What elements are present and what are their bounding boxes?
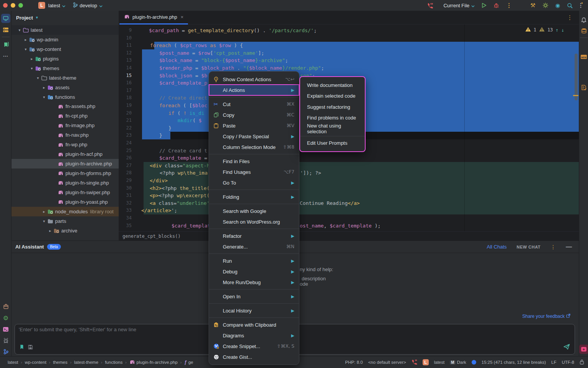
menu-item-open-in[interactable]: Open In▶: [209, 291, 299, 302]
chevron-down-icon[interactable]: ▾: [41, 95, 47, 99]
tree-item-plugin-fn-acf-php[interactable]: plugin-fn-acf.php: [11, 149, 119, 159]
line-number[interactable]: 20: [119, 110, 132, 117]
ai-action-find-problems-in-code[interactable]: Find problems in code: [300, 113, 365, 124]
menu-item-local-history[interactable]: Local History▶: [209, 305, 299, 316]
code-with-me-status-icon[interactable]: [412, 359, 417, 365]
minimize-window-icon[interactable]: [11, 3, 15, 8]
line-number[interactable]: 14: [119, 64, 132, 72]
menu-item-folding[interactable]: Folding▶: [209, 191, 299, 202]
workspace-selector[interactable]: latest: [48, 3, 65, 8]
inspections-widget[interactable]: 1 13 ↑ ↓: [525, 27, 564, 33]
tree-item-plugin-fn-gforms-php[interactable]: plugin-fn-gforms.php: [11, 168, 119, 178]
tree-item-plugin-fn-yoast-php[interactable]: plugin-fn-yoast.php: [11, 197, 119, 207]
avatar-badge[interactable]: L: [423, 359, 429, 365]
menu-item-copy-paste-special[interactable]: Copy / Paste Special▶: [209, 131, 299, 142]
ide-status-dot[interactable]: [472, 360, 476, 365]
menu-item-debug[interactable]: Debug▶: [209, 266, 299, 277]
line-number[interactable]: 11: [119, 42, 132, 49]
search-everywhere-icon[interactable]: [567, 3, 573, 8]
menu-item-ai-actions[interactable]: AI Actions▶: [209, 85, 299, 95]
close-tab-icon[interactable]: ×: [181, 14, 184, 20]
notifications-tool-icon[interactable]: [1, 336, 10, 345]
tree-item-functions[interactable]: ▾functions: [11, 92, 119, 102]
chevron-down-icon[interactable]: ▾: [23, 47, 28, 51]
debug-icon[interactable]: [493, 3, 499, 8]
line-number[interactable]: 24: [119, 139, 132, 147]
terminal-tool-icon[interactable]: [1, 325, 10, 334]
line-number[interactable]: 21: [119, 117, 132, 124]
chevron-right-icon[interactable]: ▸: [29, 57, 34, 61]
line-number[interactable]: 31: [119, 192, 132, 200]
chevron-right-icon[interactable]: ▸: [41, 85, 47, 90]
chevron-down-icon[interactable]: ▾: [29, 66, 34, 70]
new-chat-button[interactable]: NEW CHAT: [517, 245, 541, 249]
menu-item-search-with-google[interactable]: Search with Google: [209, 206, 299, 216]
menu-item-refactor[interactable]: Refactor▶: [209, 231, 299, 241]
line-number[interactable]: 12: [119, 49, 132, 57]
tree-item-assets[interactable]: ▸assets: [11, 83, 119, 92]
line-number[interactable]: 33: [119, 207, 132, 214]
breadcrumb-item[interactable]: functions: [105, 360, 122, 365]
share-feedback-link[interactable]: Share your feedback: [522, 314, 570, 319]
minimize-panel-icon[interactable]: —: [566, 244, 572, 250]
more-actions-icon[interactable]: ⋮: [506, 2, 512, 9]
ai-action-suggest-refactoring[interactable]: Suggest refactoring: [300, 101, 365, 113]
git-branch-widget[interactable]: latest: [434, 360, 445, 365]
menu-item-create-gist-[interactable]: Create Gist...: [209, 352, 299, 362]
breadcrumb-item[interactable]: latest-theme: [74, 360, 98, 365]
menu-item-copy[interactable]: Copy⌘C: [209, 110, 299, 120]
line-number[interactable]: 17: [119, 87, 132, 95]
line-number[interactable]: 22: [119, 124, 132, 132]
menu-item-paste[interactable]: Paste⌘V: [209, 120, 299, 131]
ai-action-explain-selected-code[interactable]: Explain selected code: [300, 91, 365, 102]
breadcrumb-item[interactable]: wp-content: [25, 360, 46, 365]
menu-item-generate-[interactable]: Generate...⌘N: [209, 241, 299, 252]
line-number[interactable]: 16: [119, 79, 132, 87]
menu-item-create-snippet-[interactable]: Create Snippet...⇧⌘X, S: [209, 341, 299, 352]
profiler-icon[interactable]: [542, 2, 549, 8]
menu-item-run[interactable]: Run▶: [209, 255, 299, 266]
menu-item-compare-with-clipboard[interactable]: Compare with Clipboard: [209, 319, 299, 330]
tree-item-wp-admin[interactable]: ▸wp-admin: [11, 35, 119, 44]
tree-item-latest[interactable]: ▾latest: [11, 25, 119, 35]
status-breadcrumbs[interactable]: latest›wp-content›themes›latest-theme›fu…: [8, 360, 193, 365]
problems-tool-icon[interactable]: [579, 83, 588, 92]
send-message-icon[interactable]: [564, 344, 570, 351]
tree-item-wp-content[interactable]: ▾wp-content: [11, 44, 119, 54]
line-number[interactable]: 28: [119, 169, 132, 177]
line-number[interactable]: 23: [119, 132, 132, 139]
close-window-icon[interactable]: [3, 3, 8, 8]
line-number[interactable]: 27: [119, 162, 132, 170]
readonly-lock-icon[interactable]: [580, 359, 584, 365]
git-tool-icon[interactable]: [1, 347, 10, 356]
ai-action-new-chat-using-selection[interactable]: New chat using selection: [300, 123, 365, 134]
tree-item-parts[interactable]: ▾parts: [11, 216, 119, 226]
tools-icon[interactable]: ⚒: [530, 2, 535, 9]
chevron-down-icon[interactable]: ▾: [35, 76, 41, 80]
save-prompt-icon[interactable]: [28, 344, 33, 351]
menu-item-go-to[interactable]: Go To▶: [209, 177, 299, 188]
line-number[interactable]: 29: [119, 177, 132, 185]
menu-item-cut[interactable]: ✂Cut⌘X: [209, 99, 299, 110]
line-number[interactable]: 34: [119, 214, 132, 222]
run-icon[interactable]: [482, 3, 487, 8]
line-number[interactable]: 26: [119, 154, 132, 162]
ai-action-write-documentation[interactable]: Write documentation: [300, 80, 365, 91]
chevron-down-icon[interactable]: ▾: [41, 219, 47, 223]
theme-widget[interactable]: M Dark: [450, 360, 466, 365]
tree-item-plugin-fn-archive-php[interactable]: plugin-fn-archive.php: [11, 159, 119, 168]
tree-item-latest-theme[interactable]: ▾latest-theme: [11, 73, 119, 83]
encoding-widget[interactable]: UTF-8: [562, 360, 574, 365]
breadcrumb-function[interactable]: generate_cpt_blocks(): [122, 234, 181, 239]
code-with-me-icon[interactable]: [427, 3, 433, 8]
tree-item-plugin-fn-single-php[interactable]: plugin-fn-single.php: [11, 178, 119, 188]
line-number[interactable]: 18: [119, 94, 132, 102]
line-number[interactable]: 15: [119, 72, 132, 80]
line-number[interactable]: 35: [119, 222, 132, 230]
menu-item-find-in-files[interactable]: Find in Files: [209, 156, 299, 167]
line-ending-widget[interactable]: LF: [551, 360, 556, 365]
php-version-widget[interactable]: PHP: 8.0: [345, 360, 363, 365]
coverage-icon[interactable]: ◉: [555, 2, 560, 8]
menu-item-diagrams[interactable]: Diagrams▶: [209, 330, 299, 341]
tree-item-plugin-fn-swiper-php[interactable]: plugin-fn-swiper.php: [11, 188, 119, 197]
